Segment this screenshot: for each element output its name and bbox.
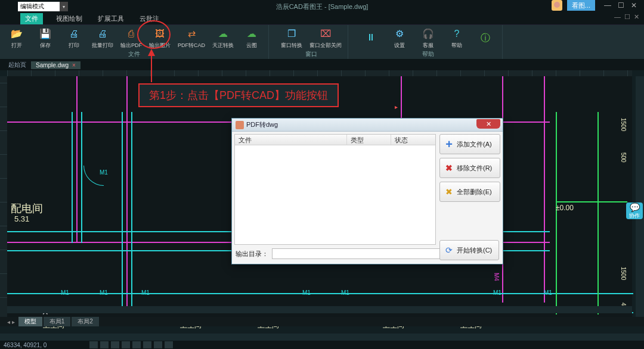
sb-polar-icon[interactable]	[122, 341, 130, 348]
save-button[interactable]: 💾保存	[35, 27, 56, 49]
col-status[interactable]: 状态	[391, 135, 435, 145]
cloud-icon: ☁	[245, 27, 258, 40]
statusbar: 46334, 40921, 0	[0, 341, 644, 349]
window-switch-button[interactable]: ❐窗口转换	[281, 27, 302, 49]
cad-room-area: 5.31	[14, 214, 29, 223]
sb-osnap-icon[interactable]	[132, 341, 141, 348]
sb-snap-icon[interactable]	[89, 341, 98, 348]
doc-window-controls: — ☐ ✕	[614, 13, 639, 21]
scrollbar-horizontal[interactable]	[7, 306, 632, 313]
cad-dim-1500b: 1500	[620, 267, 627, 280]
info-icon: ⓘ	[479, 32, 492, 45]
export-image-icon: 🖼	[153, 27, 166, 40]
tab-close-icon[interactable]: ×	[72, 62, 76, 68]
ribbon: 📂打开 💾保存 🖨打印 🖨批量打印 ⎙输出PDF 🖼输出图片 ⇄PDF转CAD …	[0, 25, 644, 60]
remove-all-button[interactable]: ✖全部删除(E)	[439, 182, 500, 202]
col-type[interactable]: 类型	[347, 135, 391, 145]
close-all-button[interactable]: ⌧窗口全部关闭	[309, 27, 342, 49]
ruler-horizontal	[7, 70, 632, 76]
tab-model[interactable]: 模型	[18, 317, 42, 326]
chevron-down-icon[interactable]: ▾	[60, 2, 68, 11]
sb-dyn-icon[interactable]	[165, 341, 173, 348]
settings-button[interactable]: ⚙设置	[389, 27, 410, 49]
collab-label: 协作	[629, 212, 640, 220]
doc-min-icon[interactable]: —	[614, 13, 621, 21]
open-button[interactable]: 📂打开	[6, 27, 27, 49]
print-icon: 🖨	[67, 27, 80, 40]
info-button[interactable]: ⓘ	[475, 32, 496, 45]
file-list-table[interactable]: 文件 类型 状态	[234, 134, 436, 245]
pdf-to-cad-icon: ⇄	[185, 27, 198, 40]
add-file-button[interactable]: 添加文件(A)	[439, 134, 500, 154]
tab-strip: 起始页 Sample.dwg ×	[0, 60, 644, 70]
dialog-titlebar[interactable]: PDF转dwg ✕	[232, 119, 503, 132]
annotation-arrow-line	[151, 51, 152, 82]
table-header: 文件 类型 状态	[235, 135, 435, 145]
dialog-title: PDF转dwg	[246, 120, 278, 129]
menu-ext-tools[interactable]: 扩展工具	[95, 13, 126, 24]
cad-dim-1500a: 1500	[620, 118, 627, 131]
batch-print-icon: 🖨	[96, 27, 109, 40]
support-icon: 🎧	[422, 27, 435, 40]
minimize-icon[interactable]: —	[601, 0, 614, 11]
pdf-to-cad-button[interactable]: ⇄PDF转CAD	[178, 27, 205, 49]
cad-label-m4: M4	[493, 273, 500, 281]
scrollbar-vertical[interactable]	[636, 76, 644, 322]
tab-sample-dwg[interactable]: Sample.dwg ×	[31, 61, 80, 69]
support-button[interactable]: 🎧客服	[417, 27, 439, 49]
cad-m1-a: M1	[61, 289, 69, 296]
export-image-button[interactable]: 🖼输出图片	[149, 27, 171, 49]
cad-m1-e: M1	[341, 289, 349, 296]
sb-lwt-icon[interactable]	[154, 341, 162, 348]
settings-icon: ⚙	[393, 27, 406, 40]
print-button[interactable]: 🖨打印	[63, 27, 85, 49]
cloud-button[interactable]: ☁云图	[241, 27, 262, 49]
view-button[interactable]: 看图...	[567, 0, 595, 11]
refresh-icon: ⟳	[444, 245, 454, 255]
cad-m1-d: M1	[302, 289, 311, 296]
doc-close-icon[interactable]: ✕	[634, 13, 639, 21]
toggle-icon: ⏸	[364, 31, 377, 44]
delete-all-icon: ✖	[444, 186, 454, 197]
close-icon[interactable]: ✕	[627, 0, 640, 11]
tab-layout1[interactable]: 布局1	[44, 317, 71, 326]
toggle-button[interactable]: ⏸	[360, 31, 382, 45]
output-dir-label: 输出目录：	[236, 250, 268, 258]
cad-m1-c: M1	[141, 289, 150, 296]
sb-ortho-icon[interactable]	[111, 341, 119, 348]
statusbar-toggles	[89, 341, 173, 348]
sb-otrack-icon[interactable]	[143, 341, 151, 348]
plus-icon	[444, 139, 454, 149]
cad-m1-b: M1	[100, 289, 108, 296]
remove-file-button[interactable]: ✖移除文件(R)	[439, 158, 500, 178]
tab-layout2[interactable]: 布局2	[72, 317, 99, 326]
folder-open-icon: 📂	[10, 27, 23, 40]
ruler-vertical	[0, 76, 7, 322]
dialog-close-button[interactable]: ✕	[476, 119, 500, 129]
annotation-step1: 第1步：点击【PDF转CAD】功能按钮	[138, 83, 339, 107]
indicator-icon: ▸	[395, 104, 398, 110]
sb-grid-icon[interactable]	[100, 341, 109, 348]
t-convert-button[interactable]: ☁天正转换	[212, 27, 234, 49]
col-file[interactable]: 文件	[235, 135, 347, 145]
t-convert-icon: ☁	[216, 27, 230, 40]
collab-bubble[interactable]: 💬 协作	[626, 202, 643, 219]
menu-file[interactable]: 文件	[20, 13, 43, 24]
mode-select-text: 编辑模式	[20, 2, 44, 11]
maximize-icon[interactable]: ☐	[614, 0, 627, 11]
cad-m1-f: M1	[493, 289, 501, 296]
help-button[interactable]: ?帮助	[446, 27, 467, 49]
batch-print-button[interactable]: 🖨批量打印	[92, 27, 113, 49]
menubar: 文件 视图绘制 扩展工具 云批注	[0, 13, 644, 25]
avatar-icon[interactable]	[552, 0, 562, 11]
menu-cloud-annot[interactable]: 云批注	[137, 13, 162, 24]
save-icon: 💾	[39, 27, 52, 40]
cad-room-label: 配电间	[11, 201, 43, 216]
mode-select[interactable]: 编辑模式 ▾	[18, 2, 68, 11]
tab-start-page[interactable]: 起始页	[4, 61, 31, 69]
export-pdf-button[interactable]: ⎙输出PDF	[120, 27, 142, 49]
start-convert-button[interactable]: ⟳开始转换(C)	[439, 240, 499, 260]
menu-view-draw[interactable]: 视图绘制	[54, 13, 85, 24]
doc-max-icon[interactable]: ☐	[624, 13, 630, 21]
chat-icon: 💬	[630, 202, 640, 212]
